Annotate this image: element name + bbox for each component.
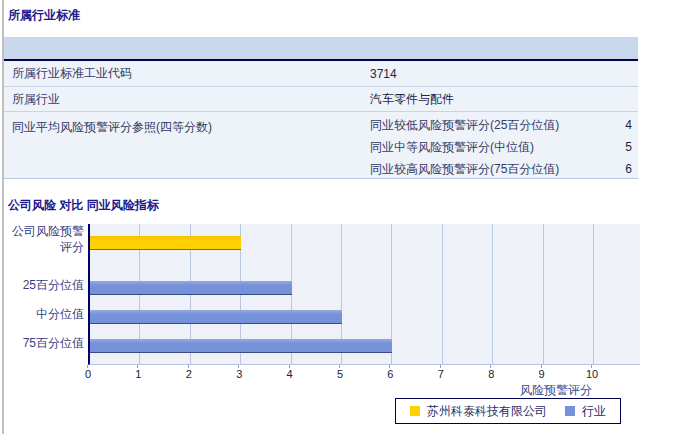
row-label-sic-code: 所属行业标准工业代码: [4, 65, 370, 82]
section-title-industry-standard: 所属行业标准: [8, 7, 80, 24]
x-tick-label: 10: [577, 368, 607, 380]
x-tick-label: 1: [123, 368, 153, 380]
y-category-label: 公司风险预警评分: [0, 223, 84, 255]
table-row-quartiles: 同业平均风险预警评分参照(四等分数) 同业较低风险预警评分(25百分位值) 4 …: [4, 112, 638, 179]
x-tick-label: 2: [174, 368, 204, 380]
bar-中分位值: [90, 310, 342, 324]
quartile-item-label: 同业较高风险预警评分(75百分位值): [370, 161, 559, 178]
quartile-item-median: 同业中等风险预警评分(中位值) 5: [370, 136, 636, 158]
y-category-label: 75百分位值: [0, 335, 84, 351]
table-header-bar: [4, 37, 638, 61]
x-tick-label: 3: [224, 368, 254, 380]
quartile-item-low: 同业较低风险预警评分(25百分位值) 4: [370, 114, 636, 136]
quartile-item-label: 同业较低风险预警评分(25百分位值): [370, 117, 559, 134]
row-label-industry: 所属行业: [4, 91, 370, 108]
industry-risk-report: 所属行业标准 所属行业标准工业代码 3714 所属行业 汽车零件与配件 同业平均…: [0, 0, 676, 438]
risk-comparison-bar-chart: 公司风险预警评分25百分位值中分位值75百分位值 风险预警评分 苏州科泰科技有限…: [0, 224, 676, 434]
industry-color-swatch: [565, 406, 575, 416]
row-value-sic-code: 3714: [370, 67, 397, 81]
bar-75百分位值: [90, 339, 392, 353]
legend-label-company: 苏州科泰科技有限公司: [427, 403, 547, 420]
x-tick-label: 0: [73, 368, 103, 380]
quartile-item-label: 同业中等风险预警评分(中位值): [370, 139, 534, 156]
gridline: [543, 224, 544, 364]
section-title-risk-comparison: 公司风险 对比 同业风险指标: [8, 197, 159, 214]
table-row: 所属行业 汽车零件与配件: [4, 87, 638, 112]
y-category-label: 25百分位值: [0, 277, 84, 293]
x-tick-label: 8: [476, 368, 506, 380]
x-tick-label: 9: [527, 368, 557, 380]
x-tick-label: 7: [426, 368, 456, 380]
legend-item-industry: 行业: [565, 403, 606, 420]
bar-25百分位值: [90, 281, 292, 295]
quartile-row-label: 同业平均风险预警评分参照(四等分数): [12, 119, 212, 136]
row-value-industry: 汽车零件与配件: [370, 91, 454, 108]
gridline: [442, 224, 443, 364]
chart-legend: 苏州科泰科技有限公司 行业: [395, 398, 621, 424]
quartile-item-value: 4: [625, 118, 636, 132]
x-tick-label: 5: [325, 368, 355, 380]
legend-item-company: 苏州科泰科技有限公司: [410, 403, 547, 420]
quartile-item-high: 同业较高风险预警评分(75百分位值) 6: [370, 158, 636, 180]
chart-y-axis-labels: 公司风险预警评分25百分位值中分位值75百分位值: [0, 224, 84, 364]
y-category-label: 中分位值: [0, 306, 84, 322]
table-row: 所属行业标准工业代码 3714: [4, 61, 638, 87]
quartile-item-value: 6: [625, 162, 636, 176]
bar-公司风险预警评分: [90, 236, 241, 250]
legend-label-industry: 行业: [582, 403, 606, 420]
x-tick-label: 6: [375, 368, 405, 380]
x-axis-title: 风险预警评分: [88, 382, 592, 399]
company-color-swatch: [410, 406, 420, 416]
gridline: [492, 224, 493, 364]
gridline: [593, 224, 594, 364]
x-tick-label: 4: [275, 368, 305, 380]
quartile-item-value: 5: [625, 140, 636, 154]
plot-area: [88, 224, 640, 365]
